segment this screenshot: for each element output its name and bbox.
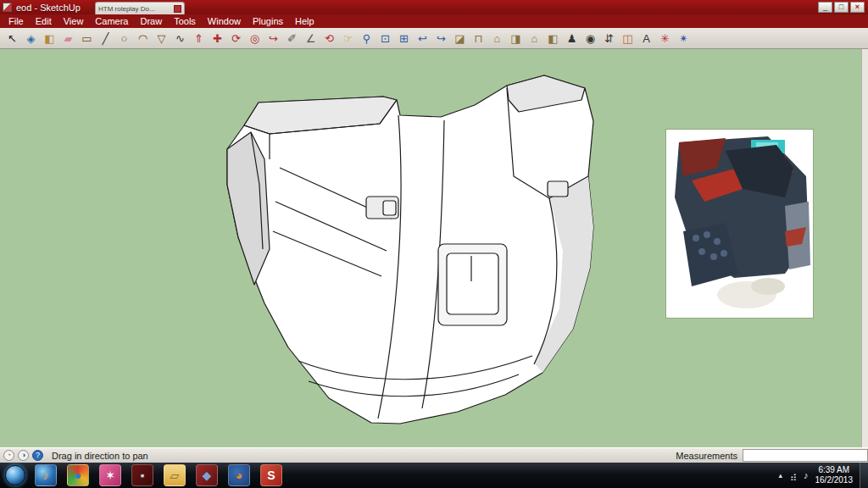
reference-image[interactable] bbox=[666, 130, 813, 318]
menu-plugins[interactable]: Plugins bbox=[247, 15, 289, 27]
position-camera-tool[interactable]: ♟ bbox=[563, 30, 581, 47]
protractor-tool[interactable]: ∠ bbox=[302, 30, 320, 47]
background-tab-title: HTM roleplay Do... bbox=[98, 5, 155, 13]
measurements-input[interactable] bbox=[743, 449, 868, 462]
taskbar-red-blue-app[interactable]: ◆ bbox=[196, 464, 218, 486]
taskbar-dark-red-app[interactable]: ▪ bbox=[131, 464, 153, 486]
volume-icon[interactable]: ♪ bbox=[804, 470, 809, 480]
tray-expand-icon[interactable]: ▴ bbox=[778, 471, 782, 480]
status-pan-icon[interactable]: ◑ bbox=[18, 450, 29, 461]
menu-view[interactable]: View bbox=[58, 15, 90, 27]
front-view[interactable]: ⌂ bbox=[488, 30, 506, 47]
tab-close-icon[interactable] bbox=[174, 5, 181, 13]
menu-tools[interactable]: Tools bbox=[168, 15, 202, 27]
taskbar-clock[interactable]: 6:39 AM 16/2/2013 bbox=[815, 465, 854, 485]
taskbar-explorer[interactable]: ▱ bbox=[164, 464, 186, 486]
zoom-tool[interactable]: ⚲ bbox=[358, 30, 376, 47]
toolbar: ↖◈◧▰▭╱○◠▽∿⇑✚⟳◎↪✐∠⟲☞⚲⊡⊞↩↪◪⊓⌂◨⌂◧♟◉⇵◫A✳✴ bbox=[0, 28, 868, 49]
menu-edit[interactable]: Edit bbox=[30, 15, 58, 27]
taskbar-apps: ♪●✶▪▱◆◕S bbox=[35, 464, 292, 486]
maximize-button[interactable]: □ bbox=[834, 2, 849, 13]
axes-plugin-icon[interactable]: ✳ bbox=[656, 30, 674, 47]
measurements-label: Measurements bbox=[676, 451, 743, 461]
menu-file[interactable]: File bbox=[3, 15, 30, 27]
back-view[interactable]: ⌂ bbox=[526, 30, 543, 47]
menu-bar: FileEditViewCameraDrawToolsWindowPlugins… bbox=[0, 14, 868, 28]
select-tool[interactable]: ↖ bbox=[3, 30, 21, 47]
tape-measure-tool[interactable]: ✐ bbox=[283, 30, 301, 47]
zoom-extents-tool[interactable]: ⊞ bbox=[395, 30, 413, 47]
sketchup-app-icon bbox=[3, 3, 12, 12]
help-icon[interactable]: ? bbox=[32, 450, 43, 461]
rectangle-tool[interactable]: ▭ bbox=[78, 30, 96, 47]
status-bar: ◔◑? Drag in direction to pan Measurement… bbox=[0, 447, 868, 463]
line-tool[interactable]: ╱ bbox=[97, 30, 114, 47]
model-viewport[interactable] bbox=[0, 49, 861, 447]
menu-window[interactable]: Window bbox=[202, 15, 247, 27]
minimize-button[interactable]: _ bbox=[818, 2, 832, 13]
title-bar: eod - SketchUp HTM roleplay Do... _ □ × bbox=[0, 0, 868, 14]
taskbar-pink-app[interactable]: ✶ bbox=[99, 464, 121, 486]
status-hint-text: Drag in direction to pan bbox=[52, 451, 148, 461]
system-tray: ▴ ⣴♪ 6:39 AM 16/2/2013 bbox=[778, 463, 868, 488]
menu-draw[interactable]: Draw bbox=[134, 15, 168, 27]
menu-camera[interactable]: Camera bbox=[89, 15, 134, 27]
make-component-tool[interactable]: ◈ bbox=[22, 30, 40, 47]
section-plane-tool[interactable]: ◫ bbox=[619, 30, 637, 47]
previous-view-tool[interactable]: ↩ bbox=[414, 30, 431, 47]
text-tool[interactable]: A bbox=[637, 30, 655, 47]
window-controls: _ □ × bbox=[818, 2, 868, 13]
start-button[interactable] bbox=[5, 465, 25, 485]
clock-time: 6:39 AM bbox=[815, 465, 854, 475]
walk-tool[interactable]: ⇵ bbox=[600, 30, 618, 47]
taskbar-chrome[interactable]: ● bbox=[67, 464, 89, 486]
arc-tool[interactable]: ◠ bbox=[134, 30, 152, 47]
follow-me-tool[interactable]: ↪ bbox=[264, 30, 282, 47]
zoom-window-tool[interactable]: ⊡ bbox=[376, 30, 394, 47]
taskbar: ♪●✶▪▱◆◕S ▴ ⣴♪ 6:39 AM 16/2/2013 bbox=[0, 463, 868, 488]
top-view[interactable]: ⊓ bbox=[470, 30, 487, 47]
circle-tool[interactable]: ○ bbox=[115, 30, 133, 47]
plugin-icon[interactable]: ✴ bbox=[675, 30, 693, 47]
next-view-tool[interactable]: ↪ bbox=[432, 30, 450, 47]
eraser-tool[interactable]: ▰ bbox=[59, 30, 77, 47]
right-view[interactable]: ◨ bbox=[507, 30, 525, 47]
left-view[interactable]: ◧ bbox=[544, 30, 562, 47]
offset-tool[interactable]: ◎ bbox=[246, 30, 264, 47]
clock-date: 16/2/2013 bbox=[815, 475, 854, 485]
iso-view[interactable]: ◪ bbox=[451, 30, 469, 47]
window-title: eod - SketchUp bbox=[16, 3, 81, 13]
push-pull-tool[interactable]: ⇑ bbox=[190, 30, 208, 47]
freehand-tool[interactable]: ∿ bbox=[171, 30, 189, 47]
background-window-tab[interactable]: HTM roleplay Do... bbox=[95, 2, 185, 14]
taskbar-media-player[interactable]: ♪ bbox=[35, 464, 57, 486]
network-icon[interactable]: ⣴ bbox=[790, 470, 797, 481]
polygon-tool[interactable]: ▽ bbox=[153, 30, 170, 47]
paint-bucket-tool[interactable]: ◧ bbox=[41, 30, 58, 47]
taskbar-firefox[interactable]: ◕ bbox=[228, 464, 250, 486]
close-button[interactable]: × bbox=[850, 2, 865, 13]
show-desktop-button[interactable] bbox=[860, 463, 868, 488]
orbit-tool[interactable]: ⟲ bbox=[320, 30, 338, 47]
pan-tool[interactable]: ☞ bbox=[339, 30, 357, 47]
taskbar-sketchup[interactable]: S bbox=[260, 464, 282, 486]
menu-help[interactable]: Help bbox=[289, 15, 320, 27]
rotate-tool[interactable]: ⟳ bbox=[227, 30, 245, 47]
status-orbit-icon[interactable]: ◔ bbox=[3, 450, 14, 461]
move-tool[interactable]: ✚ bbox=[209, 30, 226, 47]
look-around-tool[interactable]: ◉ bbox=[581, 30, 599, 47]
window-border bbox=[861, 49, 868, 447]
